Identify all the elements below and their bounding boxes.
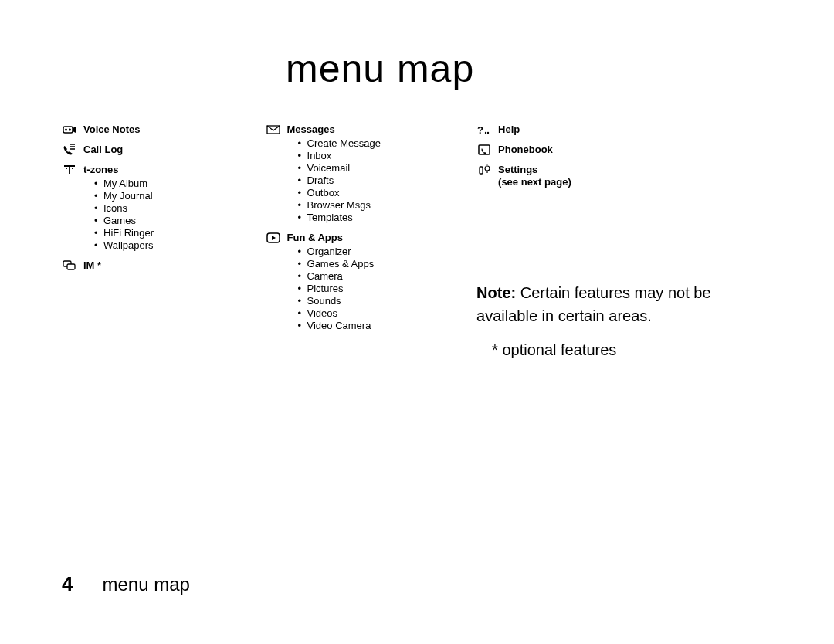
svg-rect-11 xyxy=(480,167,483,174)
list-item: Inbox xyxy=(298,150,477,162)
list-item: Camera xyxy=(298,270,477,283)
messages-title: Messages xyxy=(287,124,477,136)
svg-rect-0 xyxy=(63,127,73,133)
section-fun-apps: Fun & Apps Organizer Games & Apps Camera… xyxy=(266,232,477,332)
help-icon: ? xyxy=(476,124,492,136)
list-item: Voicemail xyxy=(298,162,477,175)
settings-icon xyxy=(476,164,492,176)
list-item: My Album xyxy=(94,178,273,190)
footer: 4 menu map xyxy=(62,572,190,596)
list-item: Wallpapers xyxy=(94,239,273,252)
note-label: Note: xyxy=(476,284,516,301)
svg-point-2 xyxy=(69,129,71,131)
fun-apps-items: Organizer Games & Apps Camera Pictures S… xyxy=(287,246,477,332)
messages-items: Create Message Inbox Voicemail Drafts Ou… xyxy=(287,137,477,224)
tzones-icon xyxy=(62,164,77,176)
section-tzones: t-zones My Album My Journal Icons Games … xyxy=(62,164,273,252)
list-item: Create Message xyxy=(298,137,477,150)
list-item: Pictures xyxy=(298,283,477,295)
tzones-items: My Album My Journal Icons Games HiFi Rin… xyxy=(83,178,273,252)
tape-icon xyxy=(62,124,77,136)
svg-point-9 xyxy=(487,132,489,134)
list-item: HiFi Ringer xyxy=(94,227,273,239)
settings-subtitle: (see next page) xyxy=(498,176,772,188)
section-im: IM * xyxy=(62,259,273,272)
list-item: Organizer xyxy=(298,246,477,258)
call-log-title: Call Log xyxy=(83,144,273,156)
voice-notes-title: Voice Notes xyxy=(83,124,273,136)
phonebook-icon xyxy=(476,144,492,156)
list-item: Drafts xyxy=(298,175,477,187)
section-messages: Messages Create Message Inbox Voicemail … xyxy=(266,124,477,224)
note-block: Note: Certain features may not be availa… xyxy=(476,281,772,361)
svg-point-8 xyxy=(485,132,486,134)
page-title: menu map xyxy=(286,46,474,91)
list-item: Videos xyxy=(298,307,477,320)
svg-point-1 xyxy=(65,129,67,131)
svg-rect-4 xyxy=(67,264,75,269)
page-number: 4 xyxy=(62,572,73,596)
section-settings: Settings (see next page) xyxy=(476,164,772,188)
im-title: IM * xyxy=(83,259,273,272)
svg-text:?: ? xyxy=(477,124,483,136)
optional-features: * optional features xyxy=(476,338,772,361)
phone-list-icon xyxy=(62,144,77,156)
section-call-log: Call Log xyxy=(62,144,273,156)
help-title: Help xyxy=(498,124,772,136)
settings-title-text: Settings xyxy=(498,164,537,175)
list-item: Icons xyxy=(94,202,273,215)
tzones-title: t-zones xyxy=(83,164,273,176)
section-help: ? Help xyxy=(476,124,772,136)
envelope-icon xyxy=(266,124,281,136)
settings-title: Settings (see next page) xyxy=(498,164,772,188)
list-item: Games xyxy=(94,215,273,227)
phonebook-title: Phonebook xyxy=(498,144,772,156)
footer-label: menu map xyxy=(102,574,189,595)
section-phonebook: Phonebook xyxy=(476,144,772,156)
list-item: Templates xyxy=(298,212,477,224)
list-item: Sounds xyxy=(298,295,477,307)
list-item: Browser Msgs xyxy=(298,199,477,212)
list-item: Outbox xyxy=(298,187,477,199)
fun-apps-title: Fun & Apps xyxy=(287,232,477,244)
list-item: Games & Apps xyxy=(298,258,477,270)
chat-icon xyxy=(62,259,77,272)
list-item: My Journal xyxy=(94,190,273,202)
list-item: Video Camera xyxy=(298,320,477,332)
section-voice-notes: Voice Notes xyxy=(62,124,273,136)
